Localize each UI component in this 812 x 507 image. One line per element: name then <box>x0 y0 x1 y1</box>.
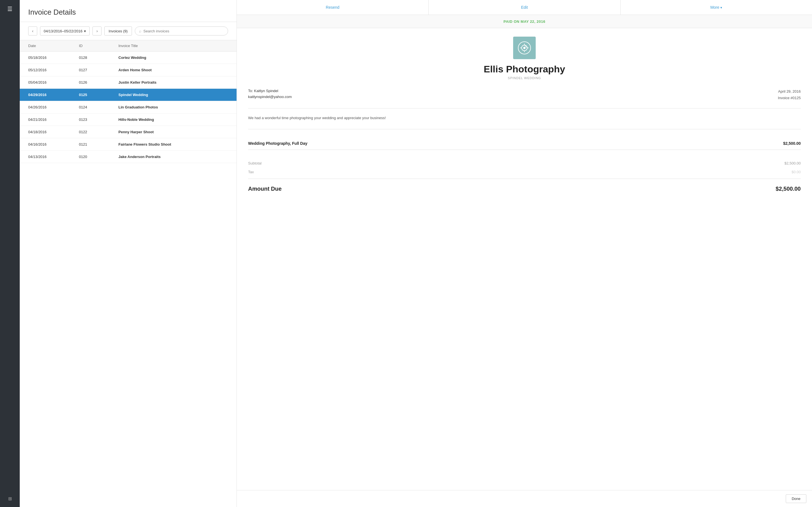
col-title: Invoice Title <box>118 44 228 48</box>
invoice-meta: To: Kaitlyn Spindel kaitlynspindel@yahoo… <box>248 88 801 108</box>
cell-date: 05/12/2016 <box>28 68 79 72</box>
cell-id: 0124 <box>79 105 118 109</box>
table-row[interactable]: 05/12/2016 0127 Arden Home Shoot <box>20 64 237 76</box>
cell-title: Jake Anderson Portraits <box>118 155 228 159</box>
cell-title: Cortez Wedding <box>118 55 228 60</box>
invoice-message: We had a wonderful time photographing yo… <box>248 115 801 129</box>
more-chevron-icon: ▾ <box>720 6 722 10</box>
subtotal-label: Subtotal <box>248 161 262 165</box>
tax-label: Tax <box>248 170 254 174</box>
cell-date: 05/18/2016 <box>28 55 79 60</box>
cell-id: 0121 <box>79 142 118 147</box>
menu-icon[interactable]: ☰ <box>7 6 12 12</box>
done-button[interactable]: Done <box>786 494 806 503</box>
more-label: More <box>710 5 719 10</box>
cell-id: 0123 <box>79 117 118 122</box>
paid-banner: PAID ON MAY 22, 2016 <box>237 15 812 28</box>
action-bar: Resend Edit More ▾ <box>237 0 812 15</box>
cell-title: Lin Graduation Photos <box>118 105 228 109</box>
cell-id: 0128 <box>79 55 118 60</box>
search-icon: ⌕ <box>139 29 141 33</box>
company-logo <box>248 37 801 59</box>
invoice-dates: April 29, 2016 Invoice #0125 <box>778 88 801 101</box>
cell-title: Hills-Noble Wedding <box>118 117 228 122</box>
cell-title: Fairlane Flowers Studio Shoot <box>118 142 228 147</box>
invoices-button[interactable]: Invoices (9) <box>104 26 132 36</box>
totals: Subtotal $2,500.00 Tax $0.00 Amount Due … <box>248 157 801 194</box>
invoice-table: Date ID Invoice Title 05/18/2016 0128 Co… <box>20 40 237 507</box>
invoice-ref: Invoice #0125 <box>778 95 801 101</box>
line-item-name: Wedding Photography, Full Day <box>248 141 307 146</box>
table-row[interactable]: 05/04/2016 0126 Justin Keller Portraits <box>20 76 237 89</box>
amount-due-row: Amount Due $2,500.00 <box>248 181 801 194</box>
search-input[interactable] <box>144 29 224 33</box>
invoice-date: April 29, 2016 <box>778 88 801 95</box>
table-row[interactable]: 04/13/2016 0120 Jake Anderson Portraits <box>20 151 237 163</box>
to-label: To: <box>248 89 253 93</box>
logo-box <box>513 37 536 59</box>
date-range-chevron-icon: ▾ <box>84 29 86 33</box>
camera-logo-icon <box>517 41 531 55</box>
cell-title: Arden Home Shoot <box>118 68 228 72</box>
table-header: Date ID Invoice Title <box>20 40 237 52</box>
to-email: kaitlynspindel@yahoo.com <box>248 95 292 99</box>
page-header: Invoice Details <box>20 0 237 22</box>
invoice-view: PAID ON MAY 22, 2016 <box>237 15 812 490</box>
company-name: Ellis Photography <box>248 64 801 75</box>
subtotal-value: $2,500.00 <box>784 161 801 165</box>
table-row[interactable]: 05/18/2016 0128 Cortez Wedding <box>20 52 237 64</box>
tax-row: Tax $0.00 <box>248 168 801 176</box>
left-panel: Invoice Details ‹ 04/13/2016–05/22/2016 … <box>20 0 237 507</box>
table-row[interactable]: 04/21/2016 0123 Hills-Noble Wedding <box>20 114 237 126</box>
square-icon[interactable]: ⊞ <box>8 496 12 501</box>
line-item-amount: $2,500.00 <box>783 141 801 146</box>
tax-value: $0.00 <box>792 170 801 174</box>
cell-id: 0120 <box>79 155 118 159</box>
table-row[interactable]: 04/16/2016 0121 Fairlane Flowers Studio … <box>20 138 237 151</box>
cell-title: Spindel Wedding <box>118 93 228 97</box>
right-footer: Done <box>237 490 812 507</box>
cell-id: 0122 <box>79 130 118 134</box>
next-button[interactable]: › <box>93 26 101 36</box>
sidebar: ☰ ⊞ <box>0 0 20 507</box>
cell-date: 04/18/2016 <box>28 130 79 134</box>
col-date: Date <box>28 44 79 48</box>
date-range-label: 04/13/2016–05/22/2016 <box>44 29 82 33</box>
amount-due-label: Amount Due <box>248 186 282 192</box>
col-id: ID <box>79 44 118 48</box>
line-item: Wedding Photography, Full Day $2,500.00 <box>248 137 801 150</box>
page-title: Invoice Details <box>28 8 228 17</box>
invoice-to: To: Kaitlyn Spindel kaitlynspindel@yahoo… <box>248 88 292 101</box>
invoice-subtitle: SPINDEL WEDDING <box>248 76 801 80</box>
cell-date: 04/16/2016 <box>28 142 79 147</box>
more-button[interactable]: More ▾ <box>620 0 812 15</box>
resend-button[interactable]: Resend <box>237 0 428 15</box>
main-container: Invoice Details ‹ 04/13/2016–05/22/2016 … <box>20 0 812 507</box>
amount-due-value: $2,500.00 <box>776 186 801 192</box>
date-range-button[interactable]: 04/13/2016–05/22/2016 ▾ <box>40 26 90 36</box>
line-items: Wedding Photography, Full Day $2,500.00 <box>248 137 801 150</box>
subtotal-row: Subtotal $2,500.00 <box>248 159 801 168</box>
table-row[interactable]: 04/29/2016 0125 Spindel Wedding <box>20 89 237 101</box>
svg-point-2 <box>523 47 525 49</box>
cell-id: 0126 <box>79 80 118 84</box>
cell-title: Penny Harper Shoot <box>118 130 228 134</box>
toolbar: ‹ 04/13/2016–05/22/2016 ▾ › Invoices (9)… <box>20 22 237 40</box>
search-box: ⌕ <box>135 26 228 36</box>
edit-button[interactable]: Edit <box>428 0 620 15</box>
paid-status: PAID ON MAY 22, 2016 <box>504 19 546 24</box>
to-name: Kaitlyn Spindel <box>254 89 278 93</box>
prev-button[interactable]: ‹ <box>28 26 37 36</box>
cell-date: 04/29/2016 <box>28 93 79 97</box>
cell-id: 0125 <box>79 93 118 97</box>
cell-date: 04/21/2016 <box>28 117 79 122</box>
cell-date: 04/26/2016 <box>28 105 79 109</box>
table-body: 05/18/2016 0128 Cortez Wedding 05/12/201… <box>20 52 237 163</box>
cell-date: 05/04/2016 <box>28 80 79 84</box>
cell-title: Justin Keller Portraits <box>118 80 228 84</box>
table-row[interactable]: 04/26/2016 0124 Lin Graduation Photos <box>20 101 237 114</box>
invoice-content: Ellis Photography SPINDEL WEDDING To: Ka… <box>237 28 812 203</box>
cell-id: 0127 <box>79 68 118 72</box>
right-panel: Resend Edit More ▾ PAID ON MAY 22, 2016 <box>237 0 812 507</box>
table-row[interactable]: 04/18/2016 0122 Penny Harper Shoot <box>20 126 237 138</box>
